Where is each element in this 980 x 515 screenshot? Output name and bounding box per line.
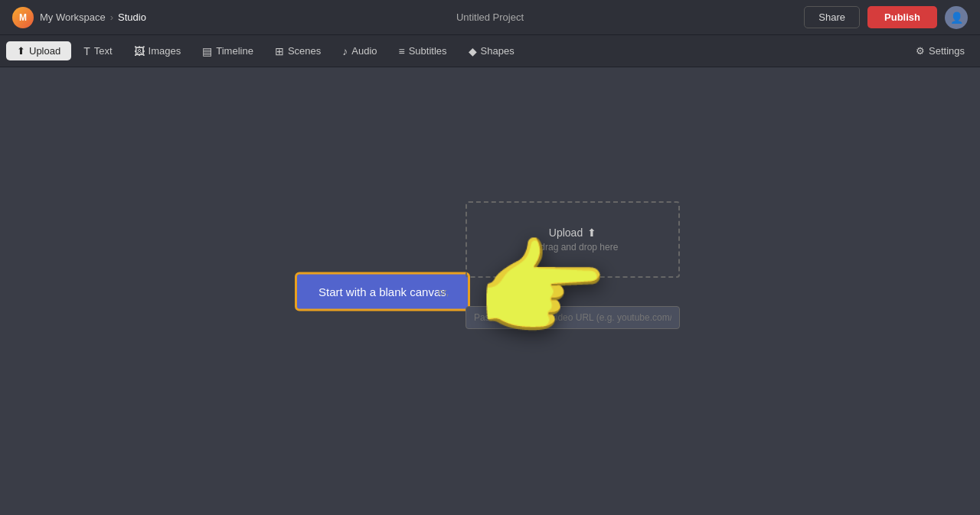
paste-url-input[interactable]	[466, 306, 680, 329]
dropzone-sub-text: or, drag and drop here	[528, 242, 619, 253]
breadcrumb: My Workspace › Studio	[40, 11, 146, 23]
timeline-icon: ▤	[202, 46, 212, 57]
top-bar: M My Workspace › Studio Untitled Project…	[0, 0, 980, 35]
dropzone-upload-text: Upload ⬆	[549, 227, 596, 239]
or-label: or,	[438, 285, 449, 297]
workspace-link[interactable]: My Workspace	[40, 11, 106, 23]
workspace-logo: M	[12, 7, 34, 28]
shapes-toolbar-button[interactable]: ◆ Shapes	[459, 41, 524, 60]
images-toolbar-button[interactable]: 🖼 Images	[125, 41, 191, 60]
scenes-toolbar-button[interactable]: ⊞ Scenes	[266, 41, 330, 60]
publish-button[interactable]: Publish	[867, 6, 937, 28]
audio-toolbar-button[interactable]: ♪ Audio	[333, 41, 386, 60]
settings-button[interactable]: ⚙ Settings	[906, 41, 974, 60]
toolbar: ⬆ Upload T Text 🖼 Images ▤ Timeline ⊞ Sc…	[0, 35, 980, 67]
studio-label: Studio	[118, 11, 146, 23]
breadcrumb-separator: ›	[110, 11, 113, 23]
text-icon: T	[83, 46, 90, 57]
subtitles-toolbar-button[interactable]: ≡ Subtitles	[390, 41, 456, 60]
audio-icon: ♪	[342, 46, 348, 57]
project-title: Untitled Project	[456, 11, 524, 23]
top-bar-right: Share Publish 👤	[804, 6, 968, 29]
timeline-toolbar-button[interactable]: ▤ Timeline	[193, 41, 263, 60]
shapes-icon: ◆	[469, 46, 477, 57]
images-icon: 🖼	[134, 46, 145, 57]
share-button[interactable]: Share	[804, 6, 860, 28]
settings-icon: ⚙	[916, 45, 925, 57]
upload-arrow-icon: ⬆	[587, 227, 596, 239]
top-bar-left: M My Workspace › Studio	[12, 7, 146, 28]
canvas-area: Start with a blank canvas or, Upload ⬆ o…	[0, 67, 980, 515]
upload-toolbar-button[interactable]: ⬆ Upload	[6, 41, 71, 60]
subtitles-icon: ≡	[399, 46, 405, 57]
upload-dropzone[interactable]: Upload ⬆ or, drag and drop here	[466, 201, 680, 278]
scenes-icon: ⊞	[275, 46, 284, 57]
upload-icon: ⬆	[17, 45, 25, 57]
text-toolbar-button[interactable]: T Text	[74, 41, 121, 60]
avatar[interactable]: 👤	[945, 6, 968, 29]
